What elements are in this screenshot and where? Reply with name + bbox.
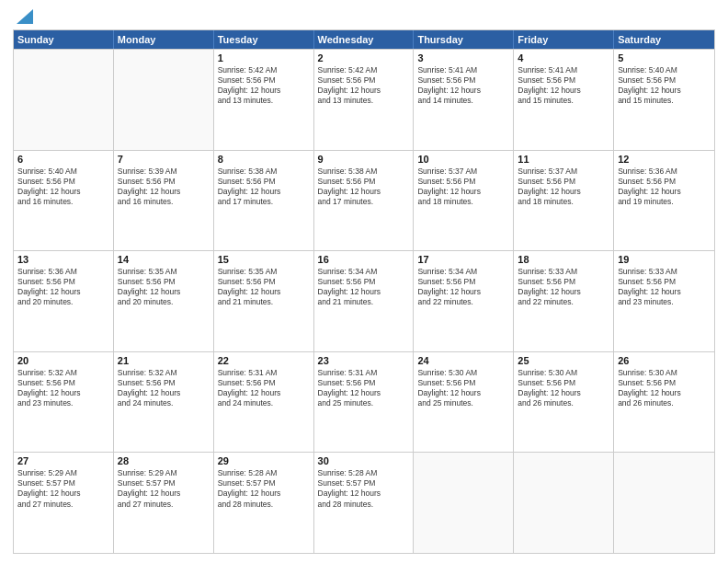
cell-info-line: and 25 minutes. xyxy=(417,398,509,408)
calendar-cell: 21Sunrise: 5:32 AMSunset: 5:56 PMDayligh… xyxy=(114,352,214,453)
calendar-header-cell: Saturday xyxy=(614,30,714,49)
day-number: 23 xyxy=(318,355,410,366)
cell-info-line: Sunrise: 5:32 AM xyxy=(17,368,109,378)
cell-info-line: and 28 minutes. xyxy=(218,500,310,510)
cell-info-line: Sunset: 5:56 PM xyxy=(318,177,410,187)
svg-marker-0 xyxy=(17,9,33,24)
cell-info-line: Daylight: 12 hours xyxy=(118,187,210,197)
cell-info-line: Sunset: 5:56 PM xyxy=(417,75,509,86)
calendar: SundayMondayTuesdayWednesdayThursdayFrid… xyxy=(13,29,715,554)
cell-info-line: Daylight: 12 hours xyxy=(518,86,609,96)
calendar-body: 1Sunrise: 5:42 AMSunset: 5:56 PMDaylight… xyxy=(14,49,714,553)
cell-info-line: Sunrise: 5:38 AM xyxy=(318,167,410,177)
cell-info-line: Daylight: 12 hours xyxy=(518,187,609,197)
calendar-header: SundayMondayTuesdayWednesdayThursdayFrid… xyxy=(14,30,714,49)
cell-info-line: Sunrise: 5:31 AM xyxy=(218,368,310,378)
cell-info-line: Sunset: 5:56 PM xyxy=(218,378,310,388)
cell-info-line: Sunset: 5:56 PM xyxy=(218,277,310,287)
day-number: 26 xyxy=(618,355,711,366)
cell-info-line: Daylight: 12 hours xyxy=(417,388,509,398)
cell-info-line: and 13 minutes. xyxy=(318,96,410,106)
day-number: 20 xyxy=(17,355,109,366)
cell-info-line: Sunrise: 5:42 AM xyxy=(318,65,410,75)
cell-info-line: and 14 minutes. xyxy=(417,96,509,106)
cell-info-line: Sunrise: 5:30 AM xyxy=(518,368,609,378)
cell-info-line: Sunset: 5:57 PM xyxy=(318,478,410,488)
cell-info-line: Sunset: 5:56 PM xyxy=(618,277,711,287)
cell-info-line: Daylight: 12 hours xyxy=(618,287,711,297)
calendar-cell: 23Sunrise: 5:31 AMSunset: 5:56 PMDayligh… xyxy=(314,352,415,453)
day-number: 30 xyxy=(318,455,410,466)
cell-info-line: Sunset: 5:56 PM xyxy=(618,177,711,187)
cell-info-line: Sunrise: 5:30 AM xyxy=(417,368,509,378)
day-number: 17 xyxy=(417,254,509,265)
cell-info-line: Sunrise: 5:36 AM xyxy=(17,267,109,277)
day-number: 2 xyxy=(318,52,410,63)
calendar-cell: 2Sunrise: 5:42 AMSunset: 5:56 PMDaylight… xyxy=(314,50,415,150)
cell-info-line: and 17 minutes. xyxy=(218,197,310,207)
day-number: 28 xyxy=(118,455,210,466)
cell-info-line: Sunrise: 5:34 AM xyxy=(417,267,509,277)
calendar-cell: 14Sunrise: 5:35 AMSunset: 5:56 PMDayligh… xyxy=(114,251,214,351)
cell-info-line: and 16 minutes. xyxy=(118,197,210,207)
calendar-cell xyxy=(514,453,614,553)
cell-info-line: and 18 minutes. xyxy=(518,197,609,207)
cell-info-line: Sunset: 5:56 PM xyxy=(318,378,410,388)
calendar-cell: 24Sunrise: 5:30 AMSunset: 5:56 PMDayligh… xyxy=(414,352,514,453)
calendar-cell xyxy=(414,453,514,553)
cell-info-line: Daylight: 12 hours xyxy=(618,86,711,96)
day-number: 6 xyxy=(17,154,109,165)
calendar-header-cell: Monday xyxy=(114,30,214,49)
cell-info-line: and 17 minutes. xyxy=(318,197,410,207)
cell-info-line: Sunset: 5:57 PM xyxy=(118,478,210,488)
day-number: 7 xyxy=(118,154,210,165)
calendar-cell: 7Sunrise: 5:39 AMSunset: 5:56 PMDaylight… xyxy=(114,151,214,251)
cell-info-line: Sunrise: 5:33 AM xyxy=(618,267,711,277)
cell-info-line: Daylight: 12 hours xyxy=(218,86,310,96)
cell-info-line: Sunset: 5:56 PM xyxy=(218,177,310,187)
day-number: 14 xyxy=(118,254,210,265)
cell-info-line: Sunset: 5:56 PM xyxy=(118,277,210,287)
cell-info-line: Sunrise: 5:31 AM xyxy=(318,368,410,378)
cell-info-line: and 16 minutes. xyxy=(17,197,109,207)
day-number: 27 xyxy=(17,455,109,466)
cell-info-line: Daylight: 12 hours xyxy=(318,86,410,96)
cell-info-line: and 18 minutes. xyxy=(417,197,509,207)
cell-info-line: and 25 minutes. xyxy=(318,398,410,408)
cell-info-line: Sunset: 5:56 PM xyxy=(17,177,109,187)
calendar-cell: 15Sunrise: 5:35 AMSunset: 5:56 PMDayligh… xyxy=(214,251,314,351)
calendar-cell: 17Sunrise: 5:34 AMSunset: 5:56 PMDayligh… xyxy=(414,251,514,351)
cell-info-line: Sunrise: 5:30 AM xyxy=(618,368,711,378)
cell-info-line: Daylight: 12 hours xyxy=(17,187,109,197)
day-number: 24 xyxy=(417,355,509,366)
logo-icon xyxy=(17,9,33,24)
calendar-cell: 4Sunrise: 5:41 AMSunset: 5:56 PMDaylight… xyxy=(514,50,614,150)
day-number: 5 xyxy=(618,52,711,63)
cell-info-line: Sunrise: 5:42 AM xyxy=(218,65,310,75)
page: SundayMondayTuesdayWednesdayThursdayFrid… xyxy=(0,0,728,563)
cell-info-line: and 22 minutes. xyxy=(518,297,609,307)
cell-info-line: Sunrise: 5:35 AM xyxy=(118,267,210,277)
cell-info-line: Sunset: 5:56 PM xyxy=(518,75,609,86)
day-number: 29 xyxy=(218,455,310,466)
cell-info-line: Daylight: 12 hours xyxy=(318,287,410,297)
cell-info-line: Daylight: 12 hours xyxy=(118,388,210,398)
calendar-cell: 11Sunrise: 5:37 AMSunset: 5:56 PMDayligh… xyxy=(514,151,614,251)
cell-info-line: Sunrise: 5:37 AM xyxy=(417,167,509,177)
cell-info-line: and 27 minutes. xyxy=(118,500,210,510)
calendar-cell: 30Sunrise: 5:28 AMSunset: 5:57 PMDayligh… xyxy=(314,453,415,553)
calendar-cell: 13Sunrise: 5:36 AMSunset: 5:56 PMDayligh… xyxy=(14,251,114,351)
cell-info-line: Daylight: 12 hours xyxy=(218,388,310,398)
cell-info-line: and 20 minutes. xyxy=(17,297,109,307)
calendar-cell: 16Sunrise: 5:34 AMSunset: 5:56 PMDayligh… xyxy=(314,251,415,351)
cell-info-line: and 23 minutes. xyxy=(17,398,109,408)
cell-info-line: Sunset: 5:56 PM xyxy=(417,378,509,388)
cell-info-line: Sunset: 5:56 PM xyxy=(618,378,711,388)
cell-info-line: Sunset: 5:56 PM xyxy=(318,75,410,86)
cell-info-line: and 28 minutes. xyxy=(318,500,410,510)
cell-info-line: Sunset: 5:56 PM xyxy=(118,378,210,388)
cell-info-line: and 22 minutes. xyxy=(417,297,509,307)
cell-info-line: Sunrise: 5:28 AM xyxy=(318,468,410,478)
cell-info-line: Sunset: 5:56 PM xyxy=(518,277,609,287)
calendar-cell: 5Sunrise: 5:40 AMSunset: 5:56 PMDaylight… xyxy=(614,50,714,150)
